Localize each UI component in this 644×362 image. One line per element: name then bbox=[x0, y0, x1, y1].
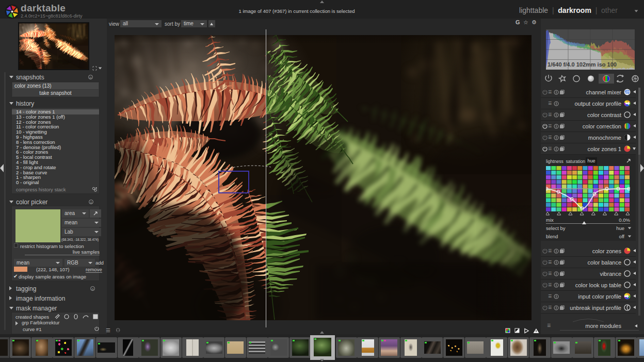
svg-text:1/640 f/4.0 102mm iso 100: 1/640 f/4.0 102mm iso 100 bbox=[548, 61, 617, 68]
